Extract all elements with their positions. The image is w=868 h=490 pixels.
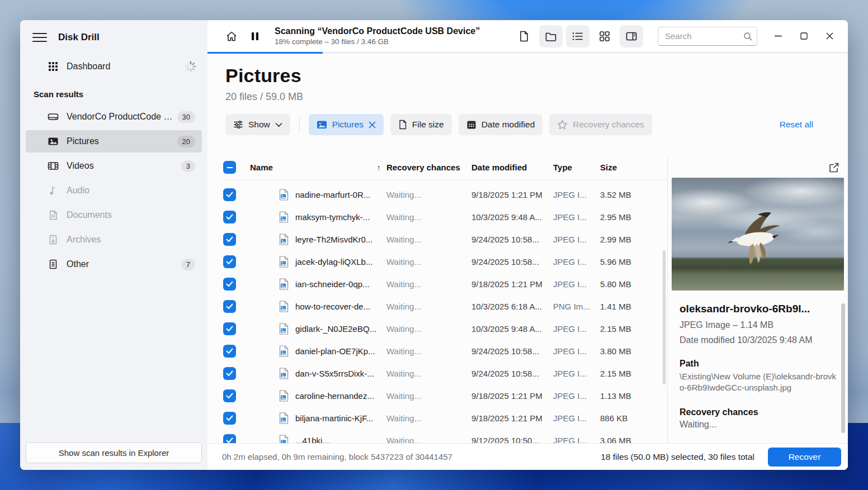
pause-scan-button[interactable] xyxy=(243,25,267,47)
dashboard-grid-icon xyxy=(47,60,59,73)
minimize-button[interactable] xyxy=(765,26,791,47)
row-checkbox[interactable] xyxy=(223,255,236,268)
row-checkbox[interactable] xyxy=(223,389,236,402)
file-size-value: 5.96 MB xyxy=(600,257,656,267)
close-icon[interactable] xyxy=(369,121,376,129)
recovery-chance-value: Waiting... xyxy=(386,436,471,444)
file-size-value: 3.52 MB xyxy=(600,190,656,199)
row-checkbox[interactable] xyxy=(223,300,236,313)
column-header-size[interactable]: Size xyxy=(600,163,656,172)
preview-panel-toggle-button[interactable] xyxy=(620,25,643,47)
disk-drill-window: Disk Drill Dashboard xyxy=(20,20,848,470)
scan-results-section-label: Scan results xyxy=(20,78,207,104)
table-row[interactable]: daniel-plan-OE7jKp... Waiting... 9/24/20… xyxy=(222,340,667,362)
date-modified-value: 10/3/2025 9:48 A... xyxy=(471,212,553,222)
count-badge: 3 xyxy=(181,160,195,172)
column-header-name[interactable]: Name xyxy=(250,163,273,172)
count-badge: 30 xyxy=(177,111,195,123)
sidebar-item-archives[interactable]: Archives xyxy=(26,229,202,251)
date-modified-value: 9/24/2025 10:58... xyxy=(471,235,553,244)
filter-chip-date-modified[interactable]: Date modified xyxy=(459,114,543,135)
close-button[interactable] xyxy=(817,26,842,47)
row-checkbox[interactable] xyxy=(223,211,236,223)
filter-chip-recovery-chances[interactable]: Recovery chances xyxy=(549,114,652,135)
sort-ascending-icon[interactable]: ↑ xyxy=(377,163,381,172)
table-row[interactable]: jacek-dylag-liQXLb... Waiting... 9/24/20… xyxy=(222,250,667,273)
show-in-explorer-button[interactable]: Show scan results in Explorer xyxy=(26,443,202,463)
grid-view-button[interactable] xyxy=(593,25,616,47)
hamburger-menu-icon[interactable] xyxy=(32,31,47,44)
image-file-icon xyxy=(279,323,289,335)
external-link-icon[interactable] xyxy=(828,162,839,173)
recovery-chance-value: Waiting... xyxy=(386,324,471,334)
chip-label: Pictures xyxy=(332,120,364,130)
sidebar-item-vendorco-device[interactable]: VendorCo ProductCode US... 30 xyxy=(26,106,202,128)
reset-all-link[interactable]: Reset all xyxy=(780,120,813,130)
table-row[interactable]: leyre-Th2MisvdKr0... Waiting... 9/24/202… xyxy=(222,228,667,250)
table-row[interactable]: biljana-martinic-KjF... Waiting... 9/18/… xyxy=(222,407,667,429)
sidebar-item-videos[interactable]: Videos 3 xyxy=(26,155,202,177)
maximize-button[interactable] xyxy=(791,26,817,47)
file-size-value: 3.06 MB xyxy=(600,436,656,444)
show-filter-dropdown[interactable]: Show xyxy=(225,114,290,135)
file-type-value: JPEG I... xyxy=(553,212,600,222)
table-row[interactable]: how-to-recover-de... Waiting... 10/3/202… xyxy=(222,295,667,317)
app-title: Disk Drill xyxy=(58,32,100,43)
table-row[interactable]: nadine-marfurt-0R... Waiting... 9/18/202… xyxy=(222,183,667,206)
row-checkbox[interactable] xyxy=(223,412,236,425)
image-file-icon xyxy=(279,390,289,402)
new-file-button[interactable] xyxy=(512,25,536,47)
date-modified-value: 9/18/2025 1:21 PM xyxy=(471,190,553,199)
sidebar-item-other[interactable]: Other 7 xyxy=(26,253,202,275)
sidebar-item-dashboard[interactable]: Dashboard xyxy=(20,55,207,78)
sidebar-item-label: Documents xyxy=(67,210,195,220)
row-checkbox[interactable] xyxy=(223,188,236,201)
column-header-recovery[interactable]: Recovery chances xyxy=(386,163,471,172)
column-header-type[interactable]: Type xyxy=(553,163,600,172)
home-button[interactable] xyxy=(220,25,243,47)
column-header-date[interactable]: Date modified xyxy=(471,163,553,172)
date-modified-value: 9/24/2025 10:58... xyxy=(471,369,553,378)
table-row[interactable]: ian-schneider-0qp... Waiting... 9/18/202… xyxy=(222,273,667,295)
table-row[interactable]: maksym-tymchyk-... Waiting... 10/3/2025 … xyxy=(222,206,667,228)
file-size-value: 1.13 MB xyxy=(600,391,656,401)
file-icon xyxy=(398,120,407,130)
sidebar-item-audio[interactable]: Audio xyxy=(26,179,202,202)
archive-icon xyxy=(47,234,59,246)
sidebar-item-documents[interactable]: Documents xyxy=(26,204,202,226)
row-checkbox[interactable] xyxy=(223,367,236,380)
date-modified-value: 10/3/2025 9:48 A... xyxy=(471,324,553,334)
chip-label: Date modified xyxy=(482,120,535,130)
select-all-checkbox[interactable] xyxy=(223,161,236,174)
date-modified-value: 9/12/2025 10:50... xyxy=(471,436,553,444)
file-type-value: JPEG I... xyxy=(553,279,600,289)
table-row[interactable]: dan-v-S5x5rrsDixk-... Waiting... 9/24/20… xyxy=(222,362,667,384)
table-row[interactable]: ...41bki... Waiting... 9/12/2025 10:50..… xyxy=(222,429,667,443)
preview-image-seagull[interactable] xyxy=(672,178,844,291)
row-checkbox[interactable] xyxy=(223,322,236,335)
row-checkbox[interactable] xyxy=(223,345,236,358)
table-scrollbar[interactable] xyxy=(663,250,666,384)
filter-chip-pictures[interactable]: Pictures xyxy=(309,114,384,135)
sidebar-item-pictures[interactable]: Pictures 20 xyxy=(26,130,202,153)
table-row[interactable]: caroline-hernandez... Waiting... 9/18/20… xyxy=(222,384,667,407)
file-size-value: 5.80 MB xyxy=(600,279,656,289)
row-checkbox[interactable] xyxy=(223,233,236,246)
file-type-value: JPEG I... xyxy=(553,190,600,199)
filter-chip-file-size[interactable]: File size xyxy=(390,114,452,135)
recover-button[interactable]: Recover xyxy=(768,448,841,467)
file-name: leyre-Th2MisvdKr0... xyxy=(295,235,372,244)
image-file-icon xyxy=(279,189,289,201)
file-size-value: 2.15 MB xyxy=(600,324,656,334)
list-view-button[interactable] xyxy=(566,25,589,47)
row-checkbox[interactable] xyxy=(223,434,236,444)
recovery-chance-value: Waiting... xyxy=(386,279,471,289)
show-label: Show xyxy=(248,120,270,130)
file-name: caroline-hernandez... xyxy=(295,391,374,401)
preview-scrollbar[interactable] xyxy=(841,303,845,433)
folder-view-button[interactable] xyxy=(539,25,563,47)
table-row[interactable]: gidlark-_N0JE2eBQ... Waiting... 10/3/202… xyxy=(222,317,667,340)
recovery-chance-value: Waiting... xyxy=(386,212,471,222)
chip-label: File size xyxy=(412,120,444,130)
row-checkbox[interactable] xyxy=(223,278,236,291)
